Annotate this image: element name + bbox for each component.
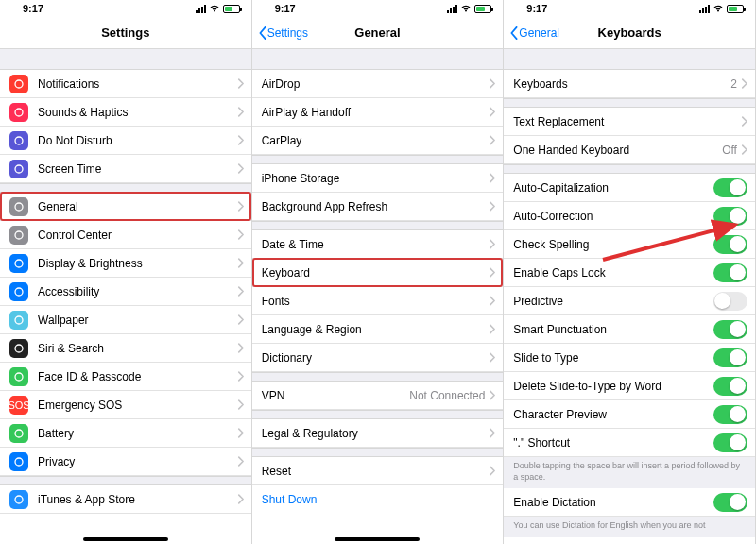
svg-point-8: [15, 316, 23, 324]
toggle-switch[interactable]: [713, 405, 747, 424]
toggle-switch[interactable]: [713, 493, 747, 512]
home-indicator[interactable]: [335, 537, 420, 541]
toggle-switch[interactable]: [713, 207, 747, 226]
chevron-right-icon: [237, 400, 244, 410]
chevron-right-icon: [237, 258, 244, 268]
faceid-icon: [9, 367, 28, 386]
settings-row[interactable]: Keyboard: [252, 259, 504, 287]
svg-point-13: [15, 496, 23, 503]
back-button[interactable]: Settings: [258, 26, 308, 40]
settings-row: Character Preview: [504, 400, 755, 429]
settings-row[interactable]: iPhone Storage: [252, 164, 504, 193]
settings-row[interactable]: Legal & Regulatory: [252, 419, 504, 448]
toggle-switch[interactable]: [713, 178, 747, 197]
toggle-switch[interactable]: [713, 377, 747, 396]
chevron-right-icon: [237, 107, 244, 117]
row-label: Notifications: [38, 77, 237, 91]
toggle-switch[interactable]: [713, 434, 747, 452]
settings-row[interactable]: Language & Region: [252, 315, 504, 344]
chevron-right-icon: [489, 428, 495, 438]
control-center-icon: [9, 226, 28, 245]
toggle-switch[interactable]: [713, 320, 747, 339]
settings-row[interactable]: Wallpaper: [0, 306, 251, 334]
back-label: Settings: [267, 26, 308, 40]
battery-icon: [727, 5, 744, 13]
siri-icon: [9, 339, 28, 358]
settings-row: Enable Caps Lock: [504, 259, 755, 287]
toggle-switch[interactable]: [713, 235, 747, 254]
settings-row[interactable]: General: [0, 193, 251, 221]
status-time: 9:17: [264, 3, 296, 14]
content: AirDrop AirPlay & Handoff CarPlay iPhone…: [252, 49, 504, 544]
row-label: Legal & Regulatory: [262, 427, 490, 440]
settings-row[interactable]: Keyboards 2: [504, 70, 755, 98]
settings-row: Auto-Correction: [504, 202, 755, 230]
chevron-right-icon: [489, 173, 495, 183]
settings-row[interactable]: Accessibility: [0, 278, 251, 306]
dnd-icon: [9, 131, 28, 150]
settings-row[interactable]: Do Not Disturb: [0, 127, 251, 155]
settings-row[interactable]: Screen Time: [0, 155, 251, 183]
settings-row: Enable Dictation: [504, 488, 755, 517]
settings-row[interactable]: Privacy: [0, 448, 251, 476]
settings-row[interactable]: VPN Not Connected: [252, 382, 504, 410]
settings-row[interactable]: Dictionary: [252, 344, 504, 372]
settings-row[interactable]: Fonts: [252, 287, 504, 315]
toggle-switch[interactable]: [713, 264, 747, 282]
svg-point-4: [15, 203, 23, 211]
settings-row[interactable]: iTunes & App Store: [0, 485, 251, 514]
shut-down-button[interactable]: Shut Down: [252, 485, 504, 514]
settings-row[interactable]: Notifications: [0, 70, 251, 98]
chevron-right-icon: [741, 144, 747, 155]
toggle-switch[interactable]: [713, 348, 747, 367]
signal-icon: [699, 5, 710, 13]
row-label: Display & Brightness: [38, 257, 237, 270]
settings-row[interactable]: Date & Time: [252, 230, 504, 259]
settings-row[interactable]: Face ID & Passcode: [0, 363, 251, 391]
chevron-right-icon: [489, 324, 495, 334]
settings-row[interactable]: Sounds & Haptics: [0, 98, 251, 127]
settings-row: Delete Slide-to-Type by Word: [504, 372, 755, 400]
settings-row[interactable]: Battery: [0, 419, 251, 448]
svg-point-10: [15, 373, 23, 381]
settings-row[interactable]: Background App Refresh: [252, 193, 504, 221]
settings-row[interactable]: AirPlay & Handoff: [252, 98, 504, 127]
appstore-icon: [9, 490, 28, 509]
settings-row[interactable]: Text Replacement: [504, 108, 755, 136]
svg-point-11: [15, 430, 23, 437]
display-icon: [9, 254, 28, 273]
page-title: General: [354, 26, 400, 40]
settings-row[interactable]: Control Center: [0, 221, 251, 249]
content: Notifications Sounds & Haptics Do Not Di…: [0, 49, 251, 544]
toggle-switch[interactable]: [713, 292, 747, 311]
row-label: Control Center: [38, 229, 237, 242]
chevron-right-icon: [489, 239, 495, 249]
row-label: iTunes & App Store: [38, 493, 237, 506]
sounds-icon: [9, 103, 28, 122]
nav-bar: General Keyboards: [504, 17, 755, 49]
svg-point-5: [15, 231, 23, 239]
settings-row[interactable]: CarPlay: [252, 127, 504, 155]
settings-row: Smart Punctuation: [504, 315, 755, 344]
row-label: Privacy: [38, 455, 237, 468]
svg-point-1: [15, 109, 23, 116]
page-title: Settings: [101, 26, 149, 40]
settings-row[interactable]: One Handed Keyboard Off: [504, 136, 755, 164]
settings-row[interactable]: AirDrop: [252, 70, 504, 98]
settings-row[interactable]: Siri & Search: [0, 334, 251, 363]
settings-row[interactable]: SOS Emergency SOS: [0, 391, 251, 419]
panel-settings: 9:17 Settings Notifications Sounds & Hap…: [0, 0, 252, 544]
status-time: 9:17: [11, 3, 43, 14]
row-label: Battery: [38, 427, 237, 440]
svg-point-7: [15, 288, 23, 296]
wifi-icon: [209, 4, 220, 14]
settings-row[interactable]: Reset: [252, 457, 504, 485]
row-label: Language & Region: [262, 323, 490, 336]
settings-row: Slide to Type: [504, 344, 755, 372]
back-button[interactable]: General: [509, 26, 559, 40]
settings-row[interactable]: Display & Brightness: [0, 249, 251, 278]
row-label: Keyboards: [513, 77, 730, 91]
svg-point-2: [15, 137, 23, 144]
row-label: VPN: [262, 389, 410, 402]
home-indicator[interactable]: [83, 537, 168, 541]
